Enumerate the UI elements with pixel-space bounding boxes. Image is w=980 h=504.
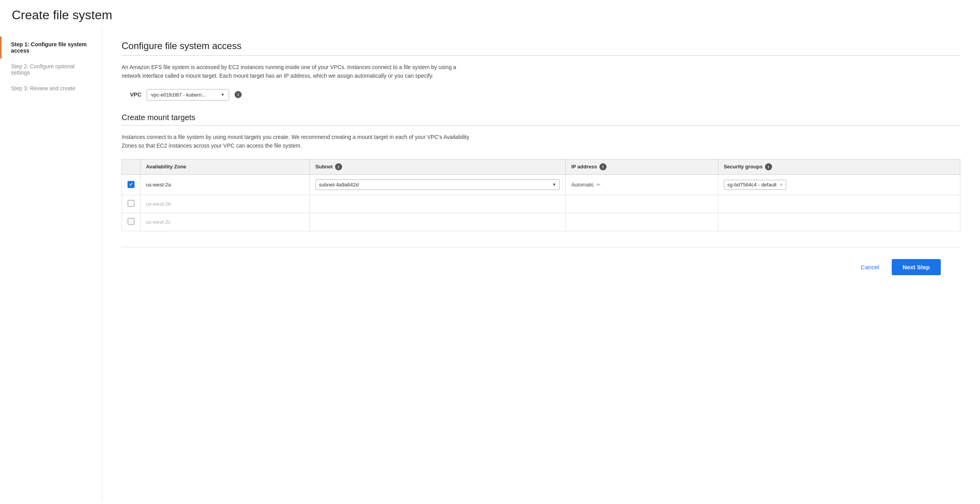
table-row: us-west-2a subnet-4a9a642d ▼ Automatic ✏ [122,174,960,195]
row1-az: us-west-2a [140,174,310,195]
row3-checkbox-cell [122,213,140,231]
page-title: Create file system [0,0,980,29]
vpc-select[interactable]: vpc-e01fc087 - kubern... ▼ [147,89,229,100]
vpc-label: VPC [122,91,141,98]
main-content: Configure file system access An Amazon E… [102,29,980,501]
cancel-button[interactable]: Cancel [854,260,885,274]
mount-targets-table: Availability Zone Subnet i IP address i [122,159,960,231]
section-title: Configure file system access [122,40,960,51]
sidebar-item-step1[interactable]: Step 1: Configure file system access [0,37,102,58]
mount-targets-description: Instances connect to a file system by us… [122,133,475,150]
col-header-check [122,159,140,174]
row1-ip: Automatic ✏ [566,174,718,195]
mount-targets-title: Create mount targets [122,113,960,122]
subnet-info-icon[interactable]: i [335,163,342,170]
next-step-button[interactable]: Next Step [892,259,941,275]
row1-checkbox[interactable] [128,181,135,188]
row1-edit-icon[interactable]: ✏ [596,182,601,188]
row1-checkbox-cell [122,174,140,195]
sidebar: Step 1: Configure file system access Ste… [0,29,102,501]
vpc-value: vpc-e01fc087 - kubern... [151,92,206,98]
col-header-ip: IP address i [566,159,718,174]
row1-subnet: subnet-4a9a642d ▼ [310,174,566,195]
row1-sg-remove[interactable]: × [780,182,783,188]
row2-checkbox-cell [122,195,140,213]
mount-targets-divider [122,125,960,126]
table-row: us-west-2c [122,213,960,231]
vpc-row: VPC vpc-e01fc087 - kubern... ▼ i [122,89,960,100]
col-header-subnet: Subnet i [310,159,566,174]
col-header-sg: Security groups i [718,159,960,174]
row3-checkbox[interactable] [128,218,135,225]
footer: Cancel Next Step [122,247,960,287]
ip-info-icon[interactable]: i [599,163,607,170]
col-header-az: Availability Zone [140,159,310,174]
table-row: us-west-2b [122,195,960,213]
row3-subnet [310,213,566,231]
sidebar-item-step3[interactable]: Step 3: Review and create [0,80,102,96]
row1-sg: sg-bd7564c4 - default × [718,174,960,195]
section-description: An Amazon EFS file system is accessed by… [122,63,475,80]
row3-ip [566,213,718,231]
row1-subnet-arrow: ▼ [552,182,556,187]
row2-ip [566,195,718,213]
vpc-dropdown-arrow: ▼ [220,92,225,97]
row2-sg [718,195,960,213]
section-divider [122,55,960,56]
row2-az: us-west-2b [140,195,310,213]
sidebar-item-step2[interactable]: Step 2: Configure optional settings [0,58,102,80]
row1-sg-tag: sg-bd7564c4 - default × [724,180,786,190]
sg-info-icon[interactable]: i [765,163,772,170]
row3-sg [718,213,960,231]
row3-az: us-west-2c [140,213,310,231]
row1-subnet-select[interactable]: subnet-4a9a642d ▼ [315,179,560,190]
row2-subnet [310,195,566,213]
row2-checkbox[interactable] [128,200,135,207]
vpc-info-icon[interactable]: i [235,91,242,98]
